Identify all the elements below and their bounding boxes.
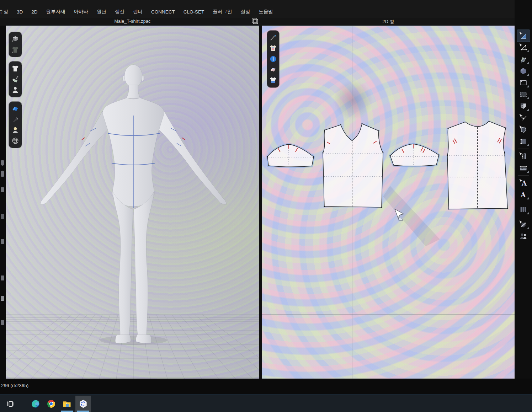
pattern-tool-strip: AA	[515, 0, 532, 379]
toolbar-divider	[518, 217, 529, 217]
tab-3d-window-title[interactable]: Male_T-shirt.zpac	[6, 19, 259, 24]
menu-item-production[interactable]: 생산	[111, 9, 129, 15]
spotlight-tool-button[interactable]	[10, 114, 21, 125]
avatar-bust-tool-button[interactable]	[10, 125, 21, 135]
info-tool-button[interactable]	[268, 54, 278, 64]
clipped-icon[interactable]	[1, 239, 4, 244]
menu-row: 수정3D2D원부자재아바타원단생산렌더CONNECTCLO-SET플러그인설정도…	[0, 9, 277, 15]
garment-dark-tool-button[interactable]	[10, 44, 21, 55]
taskbar-clo3d-button[interactable]	[75, 396, 91, 412]
ruler-tool-button[interactable]	[517, 162, 530, 174]
text-edit-icon: A	[518, 178, 528, 188]
menu-item-help[interactable]: 도움말	[254, 9, 277, 15]
restore-window-icon[interactable]	[253, 19, 258, 24]
toolbar-divider	[518, 175, 529, 176]
clipped-icon[interactable]	[1, 320, 4, 325]
edit-pattern-tool-button[interactable]	[517, 42, 530, 53]
pen-polygon-icon	[518, 54, 528, 64]
trace-rect-tool-button[interactable]	[517, 89, 530, 100]
taskbar-file-explorer-button[interactable]	[59, 396, 75, 412]
menu-item-plugin[interactable]: 플러그인	[208, 9, 236, 15]
svg-text:A: A	[520, 191, 526, 199]
seam-icon	[518, 137, 528, 146]
toolbar-divider	[518, 202, 529, 202]
garment-color-tool-button[interactable]	[268, 43, 278, 54]
trace-rect-icon	[518, 90, 528, 99]
pen-polygon-tool-button[interactable]	[517, 53, 530, 65]
pattern-2d-scene	[262, 26, 515, 379]
fabric-fold-icon	[269, 65, 277, 74]
transform-pattern-icon	[518, 31, 528, 41]
dart-icon	[518, 101, 528, 111]
clipped-icon[interactable]	[1, 187, 4, 192]
trace-poly-icon	[518, 125, 528, 134]
toolbar-2d-modes	[267, 31, 279, 92]
trace-poly-tool-button[interactable]	[517, 124, 530, 135]
menu-item-connect[interactable]: CONNECT	[147, 9, 179, 15]
clo3d-icon	[78, 399, 88, 409]
globe-tool-button[interactable]	[10, 135, 21, 146]
clone-check-tool-button[interactable]	[517, 219, 530, 230]
avatar-bust-icon	[11, 126, 20, 134]
transform-pattern-tool-button[interactable]	[517, 30, 530, 42]
clipped-icon[interactable]	[1, 160, 4, 166]
avatar-person-tool-button[interactable]	[10, 85, 21, 95]
cut-cross-tool-button[interactable]	[517, 112, 530, 124]
menu-item-edit[interactable]: 수정	[0, 9, 12, 15]
toolbar-3d-modes	[9, 32, 22, 153]
tab-2d-window-title[interactable]: 2D 창	[262, 19, 515, 25]
render-box-tool-button[interactable]	[10, 34, 21, 44]
piece-front-bodice	[323, 124, 383, 207]
menu-item-clo-set[interactable]: CLO-SET	[179, 9, 209, 15]
task-view-icon	[6, 399, 16, 409]
menu-item-avatar[interactable]: 아바타	[70, 9, 93, 15]
clipped-icon[interactable]	[1, 214, 4, 219]
garment-blue-tool-button[interactable]	[268, 75, 278, 86]
left-edge-toolbar	[0, 26, 6, 379]
avatar-3d-scene	[6, 26, 259, 379]
viewport-3d[interactable]	[6, 26, 259, 379]
text-edit-tool-button[interactable]: A	[517, 177, 530, 189]
menu-item-trims[interactable]: 원부자재	[42, 9, 70, 15]
taskbar-chrome-button[interactable]	[43, 396, 59, 412]
windows-taskbar	[0, 395, 532, 412]
seam-tool-button[interactable]	[517, 135, 530, 147]
garment-tshirt-icon	[11, 64, 20, 73]
menu-item-fabric[interactable]: 원단	[92, 9, 111, 15]
avatar-shadow	[100, 336, 167, 345]
sewing-tools-tool-button[interactable]	[10, 74, 21, 85]
shadow-streak	[383, 186, 440, 246]
menu-item-settings[interactable]: 설정	[236, 9, 254, 15]
dart-tool-button[interactable]	[517, 100, 530, 112]
notch-ruler-tool-button[interactable]	[517, 150, 530, 162]
fabric-fold-tool-button[interactable]	[268, 64, 278, 75]
notch-ruler-icon	[518, 151, 528, 161]
clipped-icon[interactable]	[1, 275, 4, 280]
menu-item-render[interactable]: 렌더	[129, 9, 147, 15]
needle-thread-tool-button[interactable]	[268, 32, 278, 43]
polygon-icon	[518, 66, 528, 76]
collapse-arrow-icon[interactable]	[1, 300, 4, 301]
text-tool-button[interactable]: A	[517, 189, 530, 200]
tab-row: Male_T-shirt.zpac 2D 창	[0, 18, 532, 26]
clone-avatar-tool-button[interactable]	[517, 230, 530, 242]
svg-text:A: A	[521, 180, 527, 187]
garment-tshirt-tool-button[interactable]	[10, 63, 21, 74]
polygon-tool-button[interactable]	[517, 65, 530, 77]
piece-sleeve-right	[390, 144, 439, 166]
edit-pattern-icon	[518, 43, 528, 52]
clipped-icon[interactable]	[1, 171, 4, 177]
toolbar-3d-group	[9, 102, 22, 148]
taskbar-edge-button[interactable]	[28, 396, 43, 412]
pleats-tool-button[interactable]	[517, 204, 530, 215]
fabric-blue-tool-button[interactable]	[10, 103, 21, 114]
chrome-icon	[46, 399, 56, 409]
spotlight-icon	[11, 115, 20, 124]
cut-cross-icon	[518, 113, 528, 123]
rectangle-tool-button[interactable]	[517, 77, 530, 89]
viewport-2d[interactable]	[262, 26, 515, 379]
menu-item-2d[interactable]: 2D	[27, 9, 42, 15]
taskbar-task-view-button[interactable]	[3, 396, 18, 412]
menu-item-3d[interactable]: 3D	[12, 9, 27, 15]
info-icon	[269, 55, 277, 63]
